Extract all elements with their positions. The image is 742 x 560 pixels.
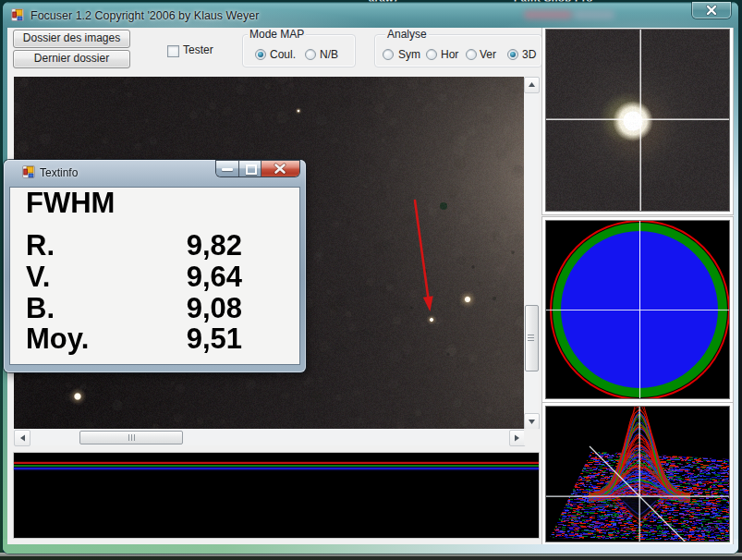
textinfo-caption-buttons (216, 161, 299, 177)
focus-circle-panel-frame (542, 217, 733, 402)
analyse-group-label: Analyse (385, 28, 429, 41)
scroll-down-button[interactable] (524, 413, 540, 430)
thumb-grip (131, 434, 132, 441)
profile-line-blue (14, 468, 539, 469)
textinfo-title: Textinfo (40, 166, 78, 180)
textinfo-close-button[interactable] (262, 161, 299, 177)
tester-checkbox[interactable] (167, 45, 179, 57)
surface-3d-panel-frame (542, 403, 733, 544)
fwhm-row-value: 9,08 (176, 293, 242, 324)
surface-3d-canvas (546, 407, 729, 542)
radio-nb-label[interactable]: N/B (320, 48, 338, 61)
star-zoom-panel-frame (542, 28, 733, 214)
radio-nb[interactable] (305, 49, 316, 60)
desktop-background-bottom-dark (0, 556, 742, 560)
horizontal-scroll-thumb[interactable] (79, 431, 183, 444)
fwhm-row-value: 9,82 (176, 230, 242, 262)
surface-3d-panel (546, 407, 729, 542)
scroll-up-button[interactable] (524, 77, 540, 93)
textinfo-icon (22, 165, 35, 178)
smudge-blob-red (524, 10, 572, 19)
thumb-grip (128, 434, 129, 441)
mode-map-groupbox: Mode MAP Coul. N/B (242, 34, 356, 67)
screen: araw) Paint Shop Pro Focuser 1.2 Copyrig… (0, 0, 742, 560)
horizontal-scrollbar[interactable] (14, 429, 524, 445)
fwhm-row: V. 9,64 (26, 262, 285, 293)
close-button[interactable] (692, 2, 731, 18)
desktop-background-right (738, 0, 742, 560)
fwhm-row: B. 9,08 (26, 293, 285, 324)
maximize-button[interactable] (239, 161, 261, 177)
radio-hor[interactable] (426, 49, 437, 60)
fwhm-row: R. 9,82 (26, 230, 285, 262)
rgb-profile-panel (14, 453, 539, 538)
window-title: Focuser 1.2 Copyright '2006 by Klaus Wey… (30, 8, 259, 23)
profile-line-red (14, 462, 539, 464)
thumb-grip (528, 335, 534, 335)
thumb-grip (134, 434, 135, 441)
fwhm-row-label: V. (26, 261, 50, 293)
radio-hor-label[interactable]: Hor (441, 48, 458, 61)
fwhm-heading: FWHM (26, 188, 285, 219)
dossier-des-images-button[interactable]: Dossier des images (13, 30, 130, 48)
minimize-icon (222, 168, 233, 171)
focus-circle-panel (546, 221, 729, 398)
textinfo-content: FWHM R. 9,82 V. 9,64 B. 9,08 Moy. 9,51 (10, 188, 299, 364)
analyse-groupbox: Analyse Sym Hor Ver 3D (374, 34, 542, 67)
vertical-scrollbar[interactable] (524, 77, 539, 429)
blurred-text-smudge (518, 7, 620, 22)
radio-ver[interactable] (466, 49, 477, 60)
application-icon (11, 8, 24, 21)
vertical-scroll-thumb[interactable] (525, 305, 539, 371)
radio-sym[interactable] (383, 49, 394, 60)
star-zoom-panel (546, 30, 729, 211)
maximize-icon (246, 164, 257, 175)
textinfo-title-bar[interactable]: Textinfo (4, 160, 306, 188)
radio-sym-label[interactable]: Sym (398, 48, 420, 61)
radio-coul[interactable] (255, 49, 266, 60)
radio-coul-label[interactable]: Coul. (270, 48, 296, 61)
minimize-button[interactable] (216, 161, 238, 177)
scroll-left-button[interactable] (14, 430, 30, 446)
radio-3d-label[interactable]: 3D (522, 48, 536, 61)
fwhm-row-value: 9,64 (176, 262, 242, 293)
fwhm-row: Moy. 9,51 (26, 323, 285, 355)
thumb-grip (528, 337, 534, 338)
fwhm-row-label: R. (26, 229, 55, 262)
profile-line-green (14, 465, 539, 467)
dernier-dossier-button[interactable]: Dernier dossier (13, 50, 130, 68)
smudge-blob-gray (574, 10, 614, 19)
fwhm-row-label: Moy. (26, 323, 89, 355)
fwhm-row-value: 9,51 (176, 323, 242, 355)
thumb-grip (528, 340, 534, 341)
circle-crosshair-horizontal (546, 310, 729, 310)
radio-3d[interactable] (507, 49, 518, 60)
textinfo-window: Textinfo FWHM (4, 160, 306, 372)
fwhm-row-label: B. (26, 292, 55, 324)
radio-ver-label[interactable]: Ver (480, 48, 496, 61)
tester-checkbox-label[interactable]: Tester (183, 43, 213, 57)
mode-map-group-label: Mode MAP (248, 28, 306, 41)
scrollbar-corner (524, 429, 539, 445)
star-zoom-canvas (546, 30, 729, 211)
title-bar[interactable]: Focuser 1.2 Copyright '2006 by Klaus Wey… (3, 2, 738, 28)
